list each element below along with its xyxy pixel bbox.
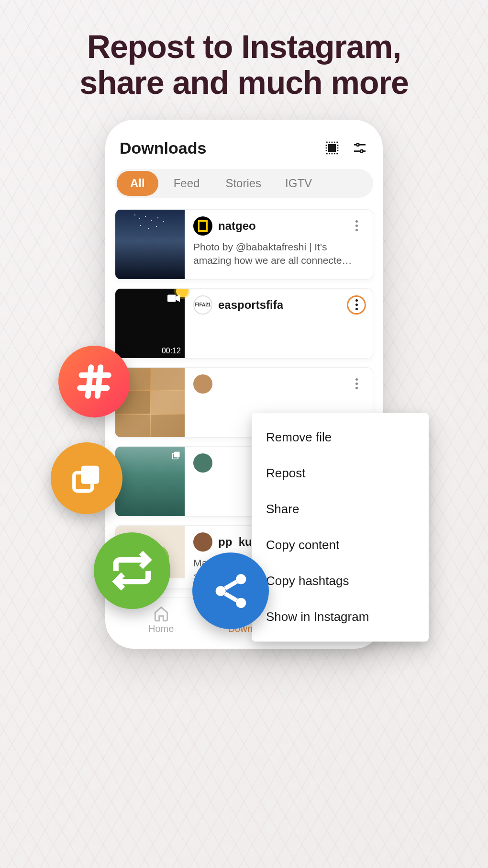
svg-line-14: [225, 582, 236, 588]
select-all-icon[interactable]: [323, 139, 341, 157]
svg-point-2: [356, 144, 359, 146]
badge-hashtag: [58, 346, 130, 417]
svg-point-13: [236, 597, 246, 608]
app-header: Downloads: [115, 134, 373, 169]
share-icon: [211, 571, 251, 611]
menu-copy-content[interactable]: Copy content: [252, 527, 429, 563]
hash-icon: [75, 362, 113, 401]
page-title: Downloads: [120, 139, 206, 158]
item-description: Photo by @babaktafreshi | It's amazing h…: [193, 240, 366, 268]
avatar: [193, 532, 212, 552]
item-more-button[interactable]: [347, 374, 366, 394]
menu-show-in-instagram[interactable]: Show in Instagram: [252, 599, 429, 635]
video-icon: [167, 293, 180, 303]
nav-label: Home: [148, 623, 174, 634]
home-icon: [153, 605, 169, 621]
item-username: natgeo: [218, 219, 256, 233]
item-more-button[interactable]: [347, 295, 366, 315]
context-menu: Remove file Repost Share Copy content Co…: [252, 413, 429, 642]
menu-share[interactable]: Share: [252, 491, 429, 527]
promo-title: Repost to Instagram, share and much more: [0, 0, 488, 120]
tab-stories[interactable]: Stories: [215, 171, 272, 196]
item-thumbnail: [115, 447, 185, 516]
tab-all[interactable]: All: [117, 171, 158, 196]
nav-home[interactable]: Home: [137, 605, 185, 634]
video-duration: 00:12: [162, 347, 181, 355]
settings-sliders-icon[interactable]: [351, 139, 368, 157]
menu-remove-file[interactable]: Remove file: [252, 419, 429, 455]
svg-rect-6: [174, 451, 180, 457]
header-actions: [323, 139, 368, 157]
svg-point-12: [215, 586, 225, 596]
promo-title-line2: share and much more: [19, 65, 469, 101]
item-thumbnail: 00:12: [115, 289, 185, 358]
item-more-button[interactable]: [347, 216, 366, 236]
badge-copy: [51, 442, 122, 514]
download-item[interactable]: natgeo Photo by @babaktafreshi | It's am…: [115, 209, 373, 280]
svg-point-11: [236, 574, 246, 584]
repost-icon: [111, 549, 154, 592]
copy-icon: [70, 462, 103, 495]
item-body: natgeo Photo by @babaktafreshi | It's am…: [185, 210, 373, 279]
item-thumbnail: [115, 210, 185, 279]
badge-repost: [94, 532, 170, 609]
svg-rect-9: [81, 466, 99, 484]
item-body: FIFA21 easportsfifa: [185, 289, 373, 358]
svg-point-4: [360, 150, 363, 152]
stack-icon: [171, 451, 181, 460]
tab-feed[interactable]: Feed: [161, 171, 212, 196]
avatar: [193, 374, 212, 394]
badge-share: [192, 552, 269, 629]
tab-igtv[interactable]: IGTV: [275, 171, 322, 196]
menu-repost[interactable]: Repost: [252, 455, 429, 491]
filter-tabs: All Feed Stories IGTV: [115, 169, 373, 198]
avatar: [193, 216, 212, 236]
promo-title-line1: Repost to Instagram,: [19, 29, 469, 65]
item-username: easportsfifa: [218, 298, 283, 312]
svg-rect-5: [167, 294, 176, 302]
download-item[interactable]: 00:12 FIFA21 easportsfifa: [115, 288, 373, 359]
avatar: [193, 453, 212, 473]
avatar: FIFA21: [193, 295, 212, 315]
svg-line-15: [225, 593, 236, 600]
menu-copy-hashtags[interactable]: Copy hashtags: [252, 563, 429, 599]
svg-rect-0: [329, 145, 335, 151]
